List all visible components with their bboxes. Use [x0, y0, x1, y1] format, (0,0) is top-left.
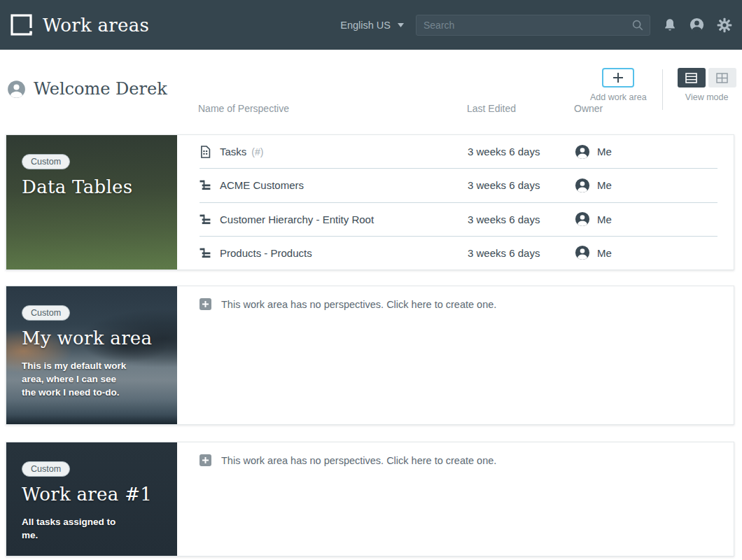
owner-avatar-icon	[575, 178, 590, 193]
perspective-rows: Tasks (#) 3 weeks 6 days Me	[177, 135, 734, 270]
perspective-rows: This work area has no perspectives. Clic…	[177, 286, 734, 424]
work-area-title: My work area	[22, 328, 163, 349]
column-header-last-edited: Last Edited	[467, 103, 516, 114]
app-header: Work areas English US	[0, 0, 742, 50]
work-area-list: Custom Data Tables Tasks (#) 3 weeks 6 d…	[6, 134, 734, 556]
perspective-last-edited: 3 weeks 6 days	[468, 146, 575, 158]
language-selector[interactable]: English US	[340, 20, 404, 31]
table-document-icon	[200, 146, 211, 158]
search-box	[416, 15, 650, 36]
work-area-panel: Custom My work area This is my default w…	[6, 286, 734, 425]
list-view-icon	[685, 73, 697, 83]
toolbar: Add work area View mode	[590, 68, 736, 110]
view-mode-group: View mode	[678, 68, 736, 102]
plus-icon	[612, 71, 624, 84]
add-work-area-group: Add work area	[590, 68, 647, 102]
perspective-row-tasks[interactable]: Tasks (#) 3 weeks 6 days Me	[200, 135, 718, 168]
empty-message: This work area has no perspectives. Clic…	[221, 455, 496, 466]
view-mode-grid-button[interactable]	[708, 68, 736, 88]
hierarchy-icon	[200, 179, 211, 191]
work-area-card-data-tables[interactable]: Custom Data Tables	[6, 135, 177, 270]
view-mode-list-button[interactable]	[678, 68, 706, 88]
settings-gear-icon[interactable]	[717, 18, 732, 33]
chevron-down-icon	[398, 23, 404, 27]
perspective-owner: Me	[597, 247, 612, 259]
custom-badge: Custom	[22, 154, 70, 169]
perspective-name: Tasks	[220, 146, 246, 158]
perspective-row-products[interactable]: Products - Products 3 weeks 6 days Me	[200, 236, 718, 270]
create-perspective-row[interactable]: This work area has no perspectives. Clic…	[200, 298, 496, 310]
custom-badge: Custom	[22, 305, 70, 321]
welcome-text: Welcome Derek	[34, 79, 167, 99]
app-logo-icon	[10, 13, 34, 37]
work-area-card-my-work-area[interactable]: Custom My work area This is my default w…	[6, 286, 177, 424]
search-input[interactable]	[416, 20, 631, 31]
perspective-last-edited: 3 weeks 6 days	[468, 179, 575, 191]
custom-badge: Custom	[22, 461, 70, 477]
perspective-row-acme-customers[interactable]: ACME Customers 3 weeks 6 days Me	[200, 168, 718, 202]
work-area-title: Work area #1	[22, 484, 163, 505]
notifications-bell-icon[interactable]	[663, 18, 677, 33]
perspective-owner: Me	[597, 214, 612, 225]
account-icon[interactable]	[689, 17, 705, 33]
view-mode-label: View mode	[685, 92, 729, 102]
perspective-rows: This work area has no perspectives. Clic…	[177, 442, 734, 556]
work-area-card-work-area-1[interactable]: Custom Work area #1 All tasks assigned t…	[6, 442, 177, 556]
column-header-name: Name of Perspective	[198, 103, 289, 114]
plus-icon	[200, 298, 211, 310]
add-work-area-button[interactable]	[602, 68, 634, 88]
perspective-last-edited: 3 weeks 6 days	[468, 214, 575, 225]
owner-avatar-icon	[575, 211, 590, 227]
perspective-name: ACME Customers	[220, 179, 304, 191]
column-header-owner: Owner	[574, 103, 603, 114]
work-area-panel: Custom Work area #1 All tasks assigned t…	[6, 442, 734, 556]
search-icon	[631, 19, 644, 31]
add-work-area-label: Add work area	[590, 92, 647, 102]
work-area-panel: Custom Data Tables Tasks (#) 3 weeks 6 d…	[6, 134, 734, 270]
work-area-title: Data Tables	[22, 176, 163, 197]
owner-avatar-icon	[575, 245, 590, 260]
perspective-last-edited: 3 weeks 6 days	[468, 247, 575, 259]
empty-message: This work area has no perspectives. Clic…	[221, 299, 496, 310]
perspective-row-customer-hierarchy[interactable]: Customer Hierarchy - Entity Root 3 weeks…	[200, 202, 718, 236]
grid-view-icon	[716, 73, 728, 83]
perspective-owner: Me	[597, 179, 612, 191]
perspective-name: Products - Products	[220, 247, 312, 259]
work-area-description: All tasks assigned to me.	[22, 516, 131, 542]
perspective-owner: Me	[597, 146, 612, 158]
hierarchy-icon	[200, 247, 211, 259]
owner-avatar-icon	[575, 144, 590, 160]
hierarchy-icon	[200, 214, 211, 225]
work-area-description: This is my default work area, where I ca…	[22, 360, 131, 400]
language-label: English US	[340, 20, 391, 31]
create-perspective-row[interactable]: This work area has no perspectives. Clic…	[200, 454, 496, 466]
user-avatar-icon	[7, 80, 26, 99]
perspective-suffix: (#)	[251, 146, 263, 158]
perspective-name: Customer Hierarchy - Entity Root	[220, 214, 374, 225]
welcome-heading: Welcome Derek	[7, 79, 167, 99]
toolbar-divider	[662, 69, 663, 110]
page-title: Work areas	[43, 15, 149, 36]
plus-icon	[200, 454, 211, 466]
